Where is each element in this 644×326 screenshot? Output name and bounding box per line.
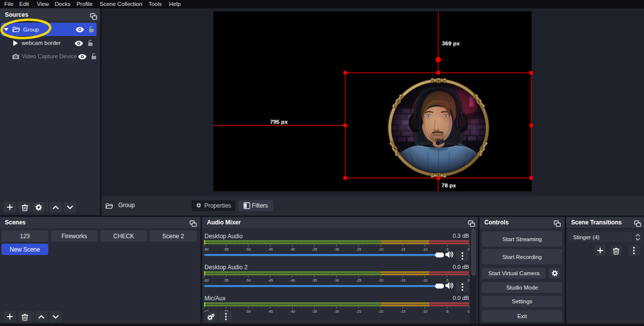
svg-text:-20: -20 bbox=[378, 247, 383, 252]
svg-text:-10: -10 bbox=[422, 247, 428, 252]
svg-text:0: 0 bbox=[468, 247, 470, 252]
svg-text:-50: -50 bbox=[245, 309, 251, 314]
svg-text:-45: -45 bbox=[268, 278, 273, 283]
svg-text:-20: -20 bbox=[378, 278, 383, 283]
svg-text:-10: -10 bbox=[422, 309, 428, 314]
svg-text:-5: -5 bbox=[445, 309, 449, 314]
svg-text:-50: -50 bbox=[245, 278, 251, 283]
svg-text:-55: -55 bbox=[224, 278, 229, 283]
svg-text:-40: -40 bbox=[290, 247, 295, 252]
svg-text:-45: -45 bbox=[268, 247, 273, 252]
svg-text:-30: -30 bbox=[334, 278, 339, 283]
svg-text:-15: -15 bbox=[400, 309, 406, 314]
svg-text:-45: -45 bbox=[268, 309, 273, 314]
svg-text:-40: -40 bbox=[290, 309, 295, 314]
svg-text:-55: -55 bbox=[224, 247, 229, 252]
svg-text:-25: -25 bbox=[356, 309, 362, 314]
svg-text:78 px: 78 px bbox=[441, 182, 456, 188]
svg-text:-60: -60 bbox=[203, 247, 209, 252]
svg-text:-35: -35 bbox=[312, 278, 317, 283]
svg-text:0: 0 bbox=[468, 278, 470, 283]
svg-text:0: 0 bbox=[468, 309, 470, 314]
svg-text:-40: -40 bbox=[290, 278, 295, 283]
svg-text:369 px: 369 px bbox=[442, 40, 460, 46]
svg-text:-30: -30 bbox=[334, 309, 339, 314]
svg-text:-10: -10 bbox=[422, 278, 428, 283]
svg-text:-35: -35 bbox=[312, 247, 317, 252]
svg-text:-15: -15 bbox=[400, 247, 406, 252]
svg-text:-60: -60 bbox=[203, 278, 209, 283]
svg-text:-30: -30 bbox=[334, 247, 339, 252]
svg-text:-35: -35 bbox=[312, 309, 317, 314]
svg-text:-25: -25 bbox=[356, 247, 362, 252]
svg-text:-50: -50 bbox=[245, 247, 251, 252]
svg-text:795 px: 795 px bbox=[270, 119, 288, 125]
svg-text:-15: -15 bbox=[400, 278, 406, 283]
svg-text:-25: -25 bbox=[356, 278, 362, 283]
svg-text:-20: -20 bbox=[378, 309, 383, 314]
